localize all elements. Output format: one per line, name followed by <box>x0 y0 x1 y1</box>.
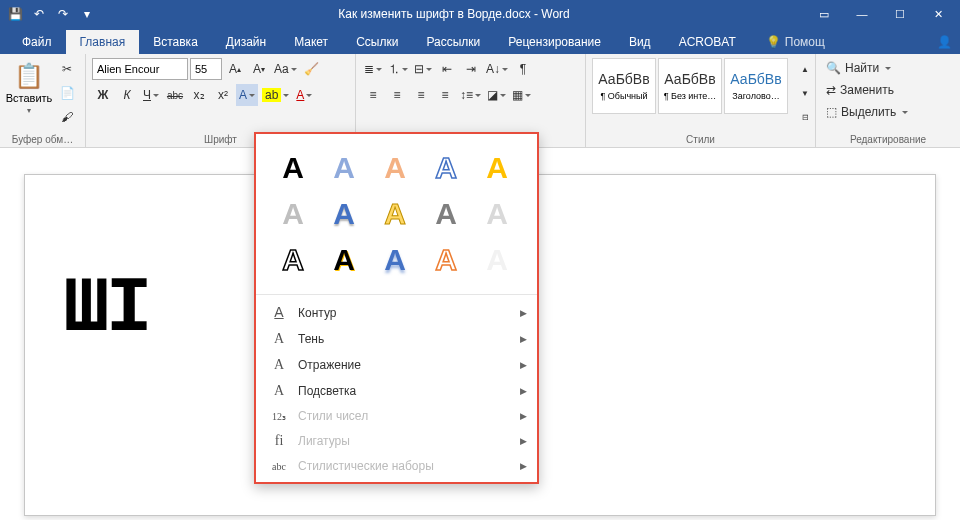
select-button[interactable]: ⬚Выделить <box>822 102 912 122</box>
menu-ligatures: fiЛигатуры▶ <box>256 428 537 454</box>
redo-icon[interactable]: ↷ <box>54 5 72 23</box>
minimize-icon[interactable]: — <box>844 2 880 26</box>
replace-button[interactable]: ⇄Заменить <box>822 80 912 100</box>
tab-file[interactable]: Файл <box>8 30 66 54</box>
save-icon[interactable]: 💾 <box>6 5 24 23</box>
menu-reflection[interactable]: AОтражение▶ <box>256 352 537 378</box>
superscript-button[interactable]: x² <box>212 84 234 106</box>
shrink-font-button[interactable]: A▾ <box>248 58 270 80</box>
effect-preset[interactable]: A <box>425 240 467 280</box>
chevron-right-icon: ▶ <box>520 461 527 471</box>
shading-button[interactable]: ◪ <box>485 84 508 106</box>
clear-formatting-button[interactable]: 🧹 <box>301 58 323 80</box>
grow-font-button[interactable]: A▴ <box>224 58 246 80</box>
style-name: ¶ Обычный <box>600 91 647 101</box>
bullets-button[interactable]: ≣ <box>362 58 384 80</box>
borders-button[interactable]: ▦ <box>510 84 533 106</box>
format-painter-button[interactable]: 🖌 <box>56 106 78 128</box>
tell-me[interactable]: 💡Помощ <box>758 30 833 54</box>
styles-scroll-up[interactable]: ▲ <box>794 58 816 80</box>
show-marks-button[interactable]: ¶ <box>512 58 534 80</box>
effect-preset[interactable]: A <box>272 194 314 234</box>
styles-more[interactable]: ⊟ <box>794 106 816 128</box>
decrease-indent-button[interactable]: ⇤ <box>436 58 458 80</box>
style-heading[interactable]: АаБбВвЗаголово… <box>724 58 788 114</box>
style-preview: АаБбВв <box>664 71 715 87</box>
effect-preset[interactable]: A <box>374 194 416 234</box>
close-icon[interactable]: ✕ <box>920 2 956 26</box>
menu-outline[interactable]: AКонтур▶ <box>256 299 537 326</box>
tab-review[interactable]: Рецензирование <box>494 30 615 54</box>
sort-button[interactable]: A↓ <box>484 58 510 80</box>
qat-customize-icon[interactable]: ▾ <box>78 5 96 23</box>
tab-mailings[interactable]: Рассылки <box>412 30 494 54</box>
tab-home[interactable]: Главная <box>66 30 140 54</box>
highlight-button[interactable]: ab <box>260 84 291 106</box>
effect-preset[interactable]: A <box>476 194 518 234</box>
effect-preset[interactable]: A <box>425 148 467 188</box>
styles-scroll-down[interactable]: ▼ <box>794 82 816 104</box>
replace-label: Заменить <box>840 83 894 97</box>
copy-button[interactable]: 📄 <box>56 82 78 104</box>
effect-preset[interactable]: A <box>374 240 416 280</box>
number-styles-icon: 12₃ <box>270 411 288 422</box>
style-preview: АаБбВв <box>730 71 781 87</box>
align-center-button[interactable]: ≡ <box>386 84 408 106</box>
italic-button[interactable]: К <box>116 84 138 106</box>
ribbon-options-icon[interactable]: ▭ <box>806 2 842 26</box>
font-name-input[interactable] <box>92 58 188 80</box>
menu-shadow[interactable]: AТень▶ <box>256 326 537 352</box>
line-spacing-button[interactable]: ↕≡ <box>458 84 483 106</box>
effect-preset[interactable]: A <box>425 194 467 234</box>
effect-preset[interactable]: A <box>323 194 365 234</box>
effect-preset[interactable]: A <box>476 240 518 280</box>
bold-button[interactable]: Ж <box>92 84 114 106</box>
align-right-button[interactable]: ≡ <box>410 84 432 106</box>
align-left-button[interactable]: ≡ <box>362 84 384 106</box>
underline-button[interactable]: Ч <box>140 84 162 106</box>
effect-preset[interactable]: A <box>272 240 314 280</box>
menu-label: Стилистические наборы <box>298 459 434 473</box>
title-bar: 💾 ↶ ↷ ▾ Как изменить шрифт в Ворде.docx … <box>0 0 960 28</box>
maximize-icon[interactable]: ☐ <box>882 2 918 26</box>
style-no-spacing[interactable]: АаБбВв¶ Без инте… <box>658 58 722 114</box>
style-normal[interactable]: АаБбВв¶ Обычный <box>592 58 656 114</box>
group-label-styles: Стили <box>586 134 815 145</box>
menu-label: Отражение <box>298 358 361 372</box>
chevron-right-icon: ▶ <box>520 334 527 344</box>
undo-icon[interactable]: ↶ <box>30 5 48 23</box>
group-styles: АаБбВв¶ Обычный АаБбВв¶ Без инте… АаБбВв… <box>586 54 816 147</box>
effect-preset[interactable]: A <box>476 148 518 188</box>
font-size-input[interactable] <box>190 58 222 80</box>
subscript-button[interactable]: x₂ <box>188 84 210 106</box>
group-editing: 🔍Найти ⇄Заменить ⬚Выделить Редактировани… <box>816 54 960 147</box>
effect-preset[interactable]: A <box>374 148 416 188</box>
effect-preset[interactable]: A <box>323 240 365 280</box>
tab-view[interactable]: Вид <box>615 30 665 54</box>
text-effects-button[interactable]: A <box>236 84 258 106</box>
text-effects-popup: A A A A A A A A A A A A A A A AКонтур▶ A… <box>254 132 539 484</box>
tab-layout[interactable]: Макет <box>280 30 342 54</box>
tab-acrobat[interactable]: ACROBAT <box>665 30 750 54</box>
effect-preset[interactable]: A <box>272 148 314 188</box>
effect-preset[interactable]: A <box>323 148 365 188</box>
menu-glow[interactable]: AПодсветка▶ <box>256 378 537 404</box>
text-effects-gallery: A A A A A A A A A A A A A A A <box>256 134 537 294</box>
tab-insert[interactable]: Вставка <box>139 30 212 54</box>
menu-label: Контур <box>298 306 336 320</box>
justify-button[interactable]: ≡ <box>434 84 456 106</box>
tab-design[interactable]: Дизайн <box>212 30 280 54</box>
font-color-button[interactable]: A <box>293 84 315 106</box>
strikethrough-button[interactable]: abc <box>164 84 186 106</box>
increase-indent-button[interactable]: ⇥ <box>460 58 482 80</box>
cut-button[interactable]: ✂ <box>56 58 78 80</box>
paste-button[interactable]: 📋 Вставить ▾ <box>6 58 52 124</box>
tab-references[interactable]: Ссылки <box>342 30 412 54</box>
chevron-right-icon: ▶ <box>520 386 527 396</box>
reflection-icon: A <box>270 357 288 373</box>
change-case-button[interactable]: Aa <box>272 58 299 80</box>
multilevel-button[interactable]: ⊟ <box>412 58 434 80</box>
find-button[interactable]: 🔍Найти <box>822 58 912 78</box>
numbering-button[interactable]: ⒈ <box>386 58 410 80</box>
share-button[interactable]: 👤 <box>928 30 960 54</box>
